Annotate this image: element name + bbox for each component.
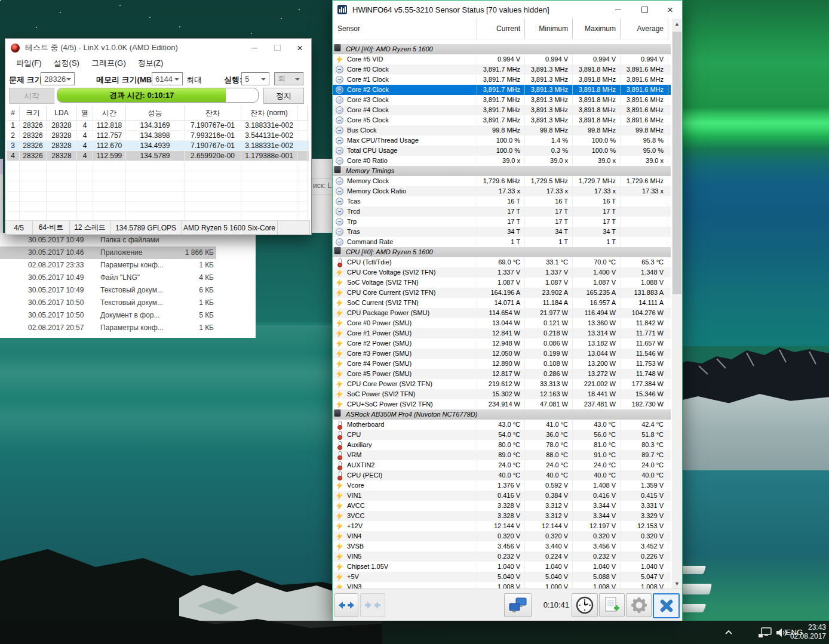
hwinfo-sensor-row[interactable]: Core #4 Power (SMU)12.890 W0.108 W13.200… xyxy=(333,359,671,369)
hwinfo-section-row[interactable]: Memory Timings xyxy=(333,166,671,176)
linx-result-row[interactable]: 328326283284112.670134.49397.190767e-013… xyxy=(7,141,309,151)
expand-columns-button[interactable] xyxy=(334,593,358,617)
tray-network-button[interactable] xyxy=(759,621,772,644)
linx-menu-item-2[interactable]: 그래프(G) xyxy=(85,58,132,69)
hwinfo-sensor-row[interactable]: Tcas16 T16 T16 T xyxy=(333,196,671,207)
hwinfo-sensor-row[interactable]: CPU (Tctl/Tdie)69.0 °C33.1 °C70.0 °C65.3… xyxy=(333,257,671,267)
hwinfo-sensor-row[interactable]: Core #4 Clock3,891.7 MHz3,891.3 MHz3,891… xyxy=(333,105,671,115)
explorer-file-row[interactable]: 30.05.2017 10:50Документ в фор...5 КБ xyxy=(0,309,256,322)
hwinfo-sensor-row[interactable]: Core #2 Power (SMU)12.948 W0.086 W13.182… xyxy=(333,338,671,349)
settings-button[interactable] xyxy=(626,593,652,617)
hwinfo-sensor-row[interactable]: Core #0 Power (SMU)13.044 W0.121 W13.360… xyxy=(333,318,671,328)
scrollbar-thumb[interactable] xyxy=(673,32,681,294)
hwinfo-sensor-row[interactable]: 3VCC3.328 V3.312 V3.344 V3.329 V xyxy=(333,511,671,521)
explorer-file-row[interactable]: 02.08.2017 20:57Параметры конф...1 КБ xyxy=(0,322,256,334)
hwinfo-sensor-row[interactable]: Vcore1.376 V0.592 V1.408 V1.359 V xyxy=(333,480,671,491)
clock-button[interactable] xyxy=(572,593,598,617)
hwinfo-sensor-row[interactable]: CPU Core Power (SVI2 TFN)219.612 W33.313… xyxy=(333,379,671,389)
linx-minimize-button[interactable] xyxy=(243,39,266,57)
hwinfo-sensor-row[interactable]: CPU+SoC Power (SVI2 TFN)234.914 W47.081 … xyxy=(333,399,671,409)
hwinfo-sensor-row[interactable]: Core #0 Ratio39.0 x39.0 x39.0 x39.0 x xyxy=(333,156,671,166)
runs-unit-combobox[interactable]: 회 xyxy=(274,72,303,85)
hwinfo-sensor-row[interactable]: Auxiliary80.0 °C78.0 °C81.0 °C80.3 °C xyxy=(333,440,671,450)
explorer-file-row[interactable]: 30.05.2017 10:50Текстовый докум...1 КБ xyxy=(0,297,256,309)
explorer-file-row[interactable]: 30.05.2017 10:49Текстовый докум...6 КБ xyxy=(0,284,256,297)
hwinfo-sensor-row[interactable]: Core #5 Clock3,891.7 MHz3,891.3 MHz3,891… xyxy=(333,115,671,125)
hwinfo-sensor-row[interactable]: CPU Core Current (SVI2 TFN)164.196 A23.9… xyxy=(333,288,671,298)
hwinfo-sensor-row[interactable]: CPU Package Power (SMU)114.654 W21.977 W… xyxy=(333,308,671,318)
hwinfo-scrollbar[interactable]: ▲ ▼ xyxy=(672,19,682,588)
hwinfo-sensor-row[interactable]: +5V5.040 V5.040 V5.088 V5.047 V xyxy=(333,572,671,582)
hwinfo-sensor-row[interactable]: +12V12.144 V12.144 V12.197 V12.153 V xyxy=(333,521,671,531)
hwinfo-sensor-row[interactable]: Core #0 Clock3,891.7 MHz3,891.3 MHz3,891… xyxy=(333,64,671,75)
hwinfo-sensor-row[interactable]: Trcd17 T17 T17 T xyxy=(333,207,671,217)
hwinfo-sensor-row[interactable]: Trp17 T17 T17 T xyxy=(333,217,671,227)
hwinfo-sensor-row[interactable]: VRM89.0 °C88.0 °C91.0 °C89.7 °C xyxy=(333,450,671,460)
stop-button[interactable]: 정지 xyxy=(263,88,304,104)
linx-menu-item-0[interactable]: 파일(F) xyxy=(10,58,48,69)
hwinfo-sensor-row[interactable]: AUXTIN224.0 °C24.0 °C24.0 °C24.0 °C xyxy=(333,460,671,470)
explorer-file-row[interactable]: 30.05.2017 10:49Файл "LNG"4 КБ xyxy=(0,272,256,284)
hwinfo-sensor-row[interactable]: Tras34 T34 T34 T xyxy=(333,227,671,237)
hwinfo-sensor-row[interactable]: SoC Power (SVI2 TFN)15.302 W12.163 W18.4… xyxy=(333,389,671,399)
problem-size-combobox[interactable]: 28326 xyxy=(41,72,75,85)
hwinfo-section-row[interactable]: CPU [#0]: AMD Ryzen 5 1600 xyxy=(333,247,671,257)
linx-menu-item-3[interactable]: 정보(Z) xyxy=(132,58,170,69)
remote-monitoring-button[interactable] xyxy=(504,593,532,617)
hwinfo-exit-button[interactable] xyxy=(653,593,680,618)
linx-result-row[interactable]: 428326283284112.599134.57892.659920e-001… xyxy=(7,151,309,161)
hwinfo-sensor-row[interactable]: Core #3 Power (SMU)12.050 W0.199 W13.044… xyxy=(333,349,671,359)
hwinfo-sensor-row[interactable]: CPU54.0 °C36.0 °C56.0 °C51.8 °C xyxy=(333,430,671,440)
hwinfo-sensor-row[interactable]: CPU Core Voltage (SVI2 TFN)1.337 V1.337 … xyxy=(333,267,671,278)
hwinfo-section-row[interactable]: ASRock AB350M Pro4 (Nuvoton NCT6779D) xyxy=(333,409,671,420)
hwinfo-sensor-row[interactable]: Core #5 Power (SMU)12.817 W0.286 W13.272… xyxy=(333,369,671,379)
hwinfo-sensor-row[interactable]: Bus Clock99.8 MHz99.8 MHz99.8 MHz99.8 MH… xyxy=(333,125,671,135)
hwinfo-section-row[interactable]: CPU [#0]: AMD Ryzen 5 1600 xyxy=(333,44,671,54)
memory-size-combobox[interactable]: 6144 xyxy=(152,72,183,85)
hwinfo-sensor-row[interactable]: Core #5 VID0.994 V0.994 V0.994 V0.994 V xyxy=(333,54,671,64)
hwinfo-sensor-row[interactable]: CPU (PECI)40.0 °C40.0 °C40.0 °C40.0 °C xyxy=(333,470,671,480)
hwinfo-sensor-row[interactable]: Total CPU Usage100.0 %0.3 %100.0 %95.0 % xyxy=(333,146,671,156)
hwinfo-sensor-row[interactable]: VIN50.232 V0.224 V0.232 V0.226 V xyxy=(333,551,671,562)
linx-result-row[interactable]: 128326283284112.818134.31697.190767e-013… xyxy=(7,121,309,131)
start-button[interactable]: 시작 xyxy=(9,88,54,104)
hwinfo-sensor-row[interactable]: Memory Clock Ratio17.33 x17.33 x17.33 x1… xyxy=(333,186,671,196)
hwinfo-sensor-row[interactable]: AVCC3.328 V3.312 V3.344 V3.331 V xyxy=(333,501,671,511)
explorer-file-row[interactable]: 02.08.2017 23:33Параметры конф...1 КБ xyxy=(0,259,256,272)
hwinfo-column-average[interactable]: Average xyxy=(621,19,668,39)
hwinfo-sensor-row[interactable]: VIN31.008 V1.000 V1.008 V1.008 V xyxy=(333,582,671,588)
hwinfo-sensor-row[interactable]: SoC Voltage (SVI2 TFN)1.087 V1.087 V1.08… xyxy=(333,278,671,288)
explorer-file-row[interactable]: 30.05.2017 10:49Папка с файлами xyxy=(0,234,256,246)
logging-report-button[interactable] xyxy=(599,593,625,617)
hwinfo-sensor-row[interactable]: VIN40.320 V0.320 V0.320 V0.320 V xyxy=(333,531,671,541)
linx-result-row[interactable]: 228326283284112.757134.38987.993216e-013… xyxy=(7,131,309,141)
scroll-down-icon[interactable]: ▼ xyxy=(672,578,682,588)
linx-maximize-button[interactable] xyxy=(266,39,288,57)
hwinfo-sensor-row[interactable]: Motherboard43.0 °C41.0 °C43.0 °C42.4 °C xyxy=(333,420,671,430)
linx-menu-item-1[interactable]: 설정(S) xyxy=(48,58,85,69)
hwinfo-maximize-button[interactable] xyxy=(631,1,658,19)
hwinfo-sensor-row[interactable]: Core #1 Clock3,891.7 MHz3,891.3 MHz3,891… xyxy=(333,75,671,85)
hwinfo-sensor-row[interactable]: Memory Clock1,729.6 MHz1,729.5 MHz1,729.… xyxy=(333,176,671,186)
hwinfo-sensor-row[interactable]: Chipset 1.05V1.040 V1.040 V1.040 V1.040 … xyxy=(333,562,671,572)
runs-combobox[interactable]: 5 xyxy=(241,72,269,85)
linx-close-button[interactable]: × xyxy=(288,39,311,57)
hwinfo-sensor-row[interactable]: Core #2 Clock3,891.7 MHz3,891.3 MHz3,891… xyxy=(333,85,671,95)
explorer-file-row[interactable]: 30.05.2017 10:46Приложение1 866 КБ xyxy=(0,246,256,259)
explorer-search-fragment[interactable]: иск: L xyxy=(313,181,331,190)
hwinfo-sensor-row[interactable]: Core #1 Power (SMU)12.841 W0.218 W13.314… xyxy=(333,328,671,338)
hwinfo-sensor-row[interactable]: VIN10.416 V0.384 V0.416 V0.415 V xyxy=(333,491,671,501)
tray-clock[interactable]: 23:43 02.08.2017 xyxy=(790,623,826,641)
scroll-up-icon[interactable]: ▲ xyxy=(672,19,682,29)
hwinfo-sensor-row[interactable]: Max CPU/Thread Usage100.0 %1.4 %100.0 %9… xyxy=(333,135,671,146)
hwinfo-column-minimum[interactable]: Minimum xyxy=(525,19,573,39)
collapse-columns-button[interactable] xyxy=(360,593,385,617)
hwinfo-column-sensor[interactable]: Sensor xyxy=(333,19,477,39)
hwinfo-minimize-button[interactable] xyxy=(604,1,631,19)
hwinfo-sensor-row[interactable]: SoC Current (SVI2 TFN)14.071 A11.184 A16… xyxy=(333,298,671,308)
hwinfo-column-header[interactable]: SensorCurrentMinimumMaximumAverage xyxy=(333,19,671,39)
hwinfo-sensor-row[interactable]: 3VSB3.456 V3.440 V3.456 V3.452 V xyxy=(333,541,671,551)
hwinfo-close-button[interactable]: × xyxy=(658,1,682,19)
hwinfo-column-maximum[interactable]: Maximum xyxy=(573,19,621,39)
hwinfo-sensor-row[interactable]: Command Rate1 T1 T1 T xyxy=(333,237,671,247)
